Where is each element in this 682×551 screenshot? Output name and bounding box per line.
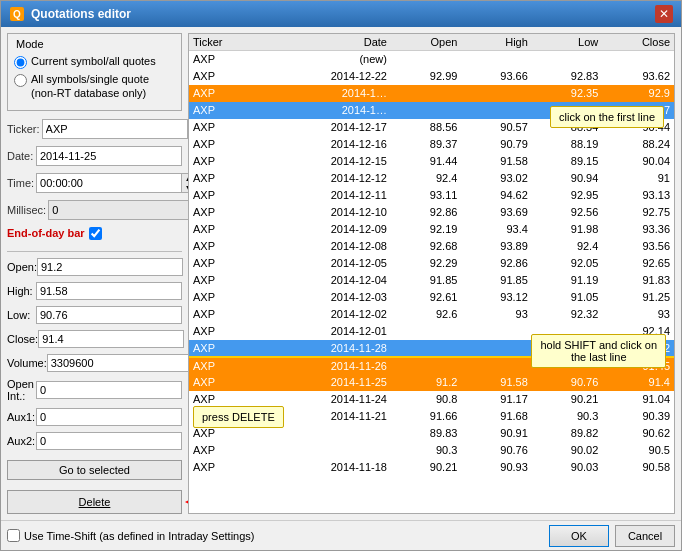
cell-close: 88.24 (602, 136, 674, 153)
cancel-button[interactable]: Cancel (615, 525, 675, 547)
cell-date: 2014-12-01 (263, 323, 390, 340)
cell-open (391, 357, 461, 374)
close-label: Close: (7, 333, 38, 345)
mode-label: Mode (14, 38, 46, 50)
aux2-input[interactable] (36, 432, 182, 450)
cell-open (391, 323, 461, 340)
table-row[interactable]: AXP2014-12-0392.6193.1291.0591.25 (189, 289, 674, 306)
cell-close: 91.25 (602, 289, 674, 306)
table-row[interactable]: AXP2014-11-2691.45 (189, 357, 674, 374)
aux1-input[interactable] (36, 408, 182, 426)
table-container[interactable]: Ticker Date Open High Low Close AXP(new)… (189, 34, 674, 513)
radio-all-label: All symbols/single quote(non-RT database… (31, 72, 149, 101)
cell-date: 2014-1… (263, 102, 390, 119)
eod-checkbox[interactable] (89, 227, 102, 240)
cell-date: 2014-12-09 (263, 221, 390, 238)
high-label: High: (7, 285, 36, 297)
cell-ticker: AXP (189, 255, 263, 272)
cell-open: 89.37 (391, 136, 461, 153)
cell-high: 90.57 (461, 119, 531, 136)
time-input[interactable] (36, 173, 181, 193)
cell-date: 2014-11-25 (263, 374, 390, 391)
timeshift-checkbox[interactable] (7, 529, 20, 542)
millisec-input[interactable] (48, 200, 194, 220)
cell-open: 92.19 (391, 221, 461, 238)
table-row[interactable]: AXP2014-12-1591.4491.5889.1590.04 (189, 153, 674, 170)
cell-high: 93.89 (461, 238, 531, 255)
goto-button[interactable]: Go to selected (7, 460, 182, 480)
cell-high: 91.85 (461, 272, 531, 289)
cell-close: 90.5 (602, 442, 674, 459)
cell-low: 90.94 (532, 170, 602, 187)
table-row[interactable]: AXP2014-12-0592.2992.8692.0592.65 (189, 255, 674, 272)
low-input[interactable] (36, 306, 182, 324)
cell-open: 92.4 (391, 170, 461, 187)
cell-open: 92.6 (391, 306, 461, 323)
cell-date: 2014-11-18 (263, 459, 390, 476)
table-row[interactable]: AXP2014-12-2292.9993.6692.8393.62 (189, 68, 674, 85)
table-row[interactable]: AXP2014-11-2191.6691.6890.390.39 (189, 408, 674, 425)
cell-low (532, 323, 602, 340)
table-row[interactable]: AXP89.8390.9189.8290.62 (189, 425, 674, 442)
table-row[interactable]: AXP2014-11-2892.42 (189, 340, 674, 357)
table-row[interactable]: AXP2014-12-0992.1993.491.9893.36 (189, 221, 674, 238)
cell-date: 2014-11-21 (263, 408, 390, 425)
cell-high: 90.93 (461, 459, 531, 476)
table-row[interactable]: AXP2014-11-2490.891.1790.2191.04 (189, 391, 674, 408)
table-row[interactable]: AXP90.390.7690.0290.5 (189, 442, 674, 459)
cell-ticker: AXP (189, 238, 263, 255)
cell-ticker: AXP (189, 408, 263, 425)
table-row[interactable]: AXP2014-12-0192.14 (189, 323, 674, 340)
table-row[interactable]: AXP2014-11-2591.291.5890.7691.4 (189, 374, 674, 391)
ok-button[interactable]: OK (549, 525, 609, 547)
eod-label: End-of-day bar (7, 227, 85, 239)
title-bar-left: Q Quotations editor (9, 6, 131, 22)
cell-high: 90.79 (461, 136, 531, 153)
openint-input[interactable] (36, 381, 182, 399)
cell-close: 92.42 (602, 340, 674, 357)
table-row[interactable]: AXP2014-12-1689.3790.7988.1988.24 (189, 136, 674, 153)
cell-open (391, 51, 461, 68)
table-row[interactable]: AXP2014-12-0292.69392.3293 (189, 306, 674, 323)
close-button[interactable]: ✕ (655, 5, 673, 23)
cell-ticker: AXP (189, 51, 263, 68)
cell-low: 90.03 (532, 459, 602, 476)
date-input[interactable] (36, 146, 182, 166)
cell-date: 2014-12-11 (263, 187, 390, 204)
cell-ticker: AXP (189, 204, 263, 221)
table-row[interactable]: AXP2014-12-1193.1194.6292.9593.13 (189, 187, 674, 204)
table-row[interactable]: AXP2014-12-1092.8693.6992.5692.75 (189, 204, 674, 221)
right-panel: Ticker Date Open High Low Close AXP(new)… (188, 33, 675, 514)
cell-open: 92.61 (391, 289, 461, 306)
cell-open: 91.85 (391, 272, 461, 289)
high-input[interactable] (36, 282, 182, 300)
cell-close: 93.17 (602, 102, 674, 119)
cell-ticker: AXP (189, 459, 263, 476)
table-row[interactable]: AXP2014-12-0892.6893.8992.493.56 (189, 238, 674, 255)
cell-low: 90.76 (532, 374, 602, 391)
cell-date (263, 425, 390, 442)
ticker-input[interactable] (42, 119, 188, 139)
cell-ticker: AXP (189, 442, 263, 459)
table-row[interactable]: AXP(new) (189, 51, 674, 68)
radio-current-symbol[interactable]: Current symbol/all quotes (14, 54, 175, 69)
delete-container: Delete ◄ (7, 487, 182, 514)
table-row[interactable]: AXP2014-12-0491.8591.8591.1991.83 (189, 272, 674, 289)
table-row[interactable]: AXP2014-12-1292.493.0290.9491 (189, 170, 674, 187)
table-row[interactable]: AXP2014-1…92.3592.9 (189, 85, 674, 102)
table-row[interactable]: AXP2014-12-1788.5690.5788.3490.44 (189, 119, 674, 136)
title-bar: Q Quotations editor ✕ (1, 1, 681, 27)
table-row[interactable]: AXP2014-11-1890.2190.9390.0390.58 (189, 459, 674, 476)
cell-low: 89.82 (532, 425, 602, 442)
delete-button[interactable]: Delete (7, 490, 182, 514)
volume-input[interactable] (47, 354, 193, 372)
cell-open: 93.11 (391, 187, 461, 204)
cell-open: 91.44 (391, 153, 461, 170)
cell-ticker: AXP (189, 136, 263, 153)
radio-all-symbols[interactable]: All symbols/single quote(non-RT database… (14, 72, 175, 101)
time-spin: ▲ ▼ (36, 173, 195, 193)
openint-label: Open Int.: (7, 378, 36, 402)
open-input[interactable] (37, 258, 183, 276)
table-row[interactable]: AXP2014-1…91.4993.17 (189, 102, 674, 119)
close-input[interactable] (38, 330, 184, 348)
